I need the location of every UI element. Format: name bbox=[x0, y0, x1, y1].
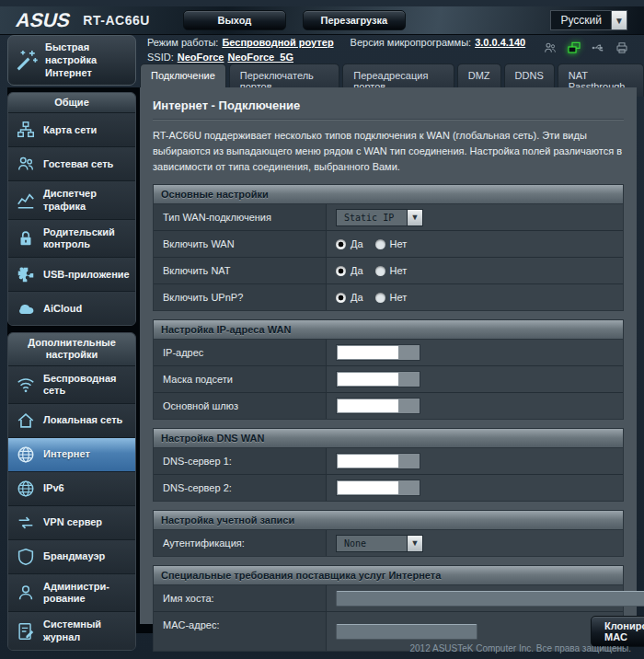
mac-address-input[interactable] bbox=[336, 624, 477, 640]
sidebar-item-label: Диспетчер трафика bbox=[43, 188, 130, 212]
subnet-mask-field-frame bbox=[336, 371, 420, 387]
ssid-label: SSID: bbox=[147, 52, 174, 63]
subnet-mask-label: Маска подсети bbox=[154, 366, 327, 392]
main-panel: Интернет - Подключение RT-AC66U поддержи… bbox=[140, 87, 637, 624]
printer-status-icon[interactable] bbox=[615, 40, 629, 55]
sidebar-item-parental-control[interactable]: Родительский контроль bbox=[8, 220, 135, 258]
chevron-down-icon: ▼ bbox=[407, 536, 422, 551]
section-account-title: Настройка учетной записи bbox=[154, 511, 623, 530]
clients-icon[interactable] bbox=[543, 40, 558, 55]
sidebar-item-guest-network[interactable]: Гостевая сеть bbox=[8, 147, 135, 181]
enable-upnp-yes-radio[interactable] bbox=[336, 293, 346, 303]
wan-type-select[interactable]: Static IP ▼ bbox=[336, 209, 423, 226]
hostname-label: Имя хоста: bbox=[154, 585, 327, 611]
sidebar-item-wan[interactable]: Интернет bbox=[8, 438, 135, 472]
quick-setup-label: Быстрая настройка Интернет bbox=[45, 41, 130, 79]
model-name: RT-AC66U bbox=[83, 13, 149, 28]
sidebar-item-label: IPv6 bbox=[43, 482, 64, 494]
ssid-link-24g[interactable]: NeoForce bbox=[178, 52, 224, 63]
network-map-icon bbox=[16, 120, 36, 140]
footer-copyright: 2012 ASUSTeK Computer Inc. Все права защ… bbox=[409, 643, 631, 653]
row-hostname: Имя хоста: bbox=[154, 585, 623, 612]
sidebar-item-label: Гостевая сеть bbox=[43, 158, 113, 170]
firmware-label: Версия микропрограммы: bbox=[351, 37, 472, 48]
enable-upnp-label: Включить UPnP? bbox=[154, 284, 327, 310]
ip-address-input[interactable] bbox=[338, 346, 398, 359]
sidebar-item-label: Беспроводная сеть bbox=[43, 373, 130, 397]
authentication-label: Аутентификация: bbox=[154, 530, 327, 556]
usb-status-icon[interactable] bbox=[591, 40, 605, 55]
sidebar-item-vpn-server[interactable]: VPN сервер bbox=[8, 506, 135, 540]
sidebar-item-firewall[interactable]: Брандмауэр bbox=[8, 540, 135, 574]
dns1-input[interactable] bbox=[338, 455, 398, 468]
vpn-icon bbox=[16, 513, 36, 533]
row-dns2: DNS-сервер 2: bbox=[154, 475, 623, 501]
info-bar: Режим работы:Беспроводной роутерВерсия м… bbox=[147, 37, 543, 66]
sidebar-item-label: AiCloud bbox=[43, 303, 82, 315]
section-wan-ip-title: Настройка IP-адреса WAN bbox=[154, 320, 623, 340]
section-wan-ip: Настройка IP-адреса WAN IP-адрес Маска п… bbox=[153, 319, 624, 420]
mode-label: Режим работы: bbox=[147, 37, 218, 48]
section-account: Настройка учетной записи Аутентификация:… bbox=[153, 510, 624, 557]
sidebar-item-usb-application[interactable]: USB-приложение bbox=[8, 258, 135, 292]
enable-nat-no-radio[interactable] bbox=[375, 266, 385, 276]
sidebar-item-label: Интернет bbox=[43, 448, 90, 460]
sidebar-item-label: Системный журнал bbox=[43, 619, 130, 642]
enable-wan-no-radio[interactable] bbox=[375, 239, 385, 249]
row-enable-upnp: Включить UPnP? Да Нет bbox=[154, 284, 623, 310]
gateway-input[interactable] bbox=[338, 399, 398, 412]
sidebar: Быстрая настройка Интернет Общие Карта с… bbox=[7, 35, 136, 651]
wireless-icon bbox=[16, 375, 36, 395]
mode-link[interactable]: Беспроводной роутер bbox=[222, 37, 333, 48]
network-status-icon[interactable] bbox=[567, 40, 581, 55]
row-enable-nat: Включить NAT Да Нет bbox=[154, 258, 623, 284]
sidebar-item-label: Администри-рование bbox=[43, 581, 130, 605]
enable-upnp-no-radio[interactable] bbox=[375, 293, 385, 303]
ipv6-icon bbox=[16, 479, 36, 499]
dns2-input[interactable] bbox=[338, 481, 398, 494]
firewall-icon bbox=[16, 547, 36, 567]
ssid-link-5g[interactable]: NeoForce_5G bbox=[227, 52, 293, 63]
enable-nat-yes-radio[interactable] bbox=[336, 266, 346, 276]
sidebar-item-label: Локальная сеть bbox=[43, 414, 122, 426]
router-admin-page: ASUS RT-AC66U Выход Перезагрузка Русский… bbox=[0, 0, 644, 659]
magic-wand-icon bbox=[14, 48, 40, 74]
language-value: Русский bbox=[551, 11, 611, 29]
logout-button[interactable]: Выход bbox=[183, 10, 286, 30]
row-dns1: DNS-сервер 1: bbox=[154, 448, 623, 475]
row-enable-wan: Включить WAN Да Нет bbox=[154, 231, 623, 258]
sidebar-item-label: USB-приложение bbox=[43, 269, 130, 281]
hostname-input[interactable] bbox=[336, 591, 644, 607]
reboot-button[interactable]: Перезагрузка bbox=[303, 10, 406, 30]
sidebar-item-ipv6[interactable]: IPv6 bbox=[8, 472, 135, 506]
sidebar-item-system-log[interactable]: Системный журнал bbox=[8, 612, 135, 649]
quick-setup-button[interactable]: Быстрая настройка Интернет bbox=[7, 35, 136, 86]
firmware-link[interactable]: 3.0.0.4.140 bbox=[475, 37, 525, 48]
ip-address-field-frame bbox=[336, 344, 420, 361]
sidebar-item-network-map[interactable]: Карта сети bbox=[8, 113, 135, 147]
enable-wan-yes-radio[interactable] bbox=[336, 239, 346, 249]
sidebar-item-label: Брандмауэр bbox=[43, 550, 105, 562]
sidebar-item-aicloud[interactable]: AiCloud bbox=[8, 292, 135, 325]
menu-general: Общие Карта сети Гостевая сеть Диспетчер… bbox=[7, 92, 136, 326]
page-description: RT-AC66U поддерживает несколько типов по… bbox=[153, 128, 624, 175]
section-isp: Специальные требования поставщика услуг … bbox=[153, 565, 624, 652]
language-select[interactable]: Русский ▼ bbox=[550, 10, 627, 30]
mac-address-label: MAC-адрес: bbox=[154, 612, 327, 651]
authentication-select[interactable]: None ▼ bbox=[336, 535, 423, 552]
radio-no-label: Нет bbox=[390, 292, 408, 303]
sidebar-item-wireless[interactable]: Беспроводная сеть bbox=[8, 366, 135, 404]
sidebar-item-traffic-manager[interactable]: Диспетчер трафика bbox=[8, 181, 135, 219]
usb-app-icon bbox=[16, 264, 36, 284]
sidebar-item-lan[interactable]: Локальная сеть bbox=[8, 404, 135, 438]
lan-home-icon bbox=[16, 410, 36, 431]
ssid-line: SSID:NeoForceNeoForce_5G bbox=[147, 52, 543, 63]
section-isp-title: Специальные требования поставщика услуг … bbox=[154, 566, 623, 585]
gateway-label: Основной шлюз bbox=[154, 393, 327, 419]
ip-address-label: IP-адрес bbox=[154, 340, 327, 365]
sidebar-item-administration[interactable]: Администри-рование bbox=[8, 574, 135, 612]
radio-no-label: Нет bbox=[390, 238, 408, 249]
chevron-down-icon[interactable]: ▼ bbox=[611, 11, 627, 29]
sidebar-item-label: VPN сервер bbox=[43, 516, 102, 528]
subnet-mask-input[interactable] bbox=[338, 373, 398, 386]
